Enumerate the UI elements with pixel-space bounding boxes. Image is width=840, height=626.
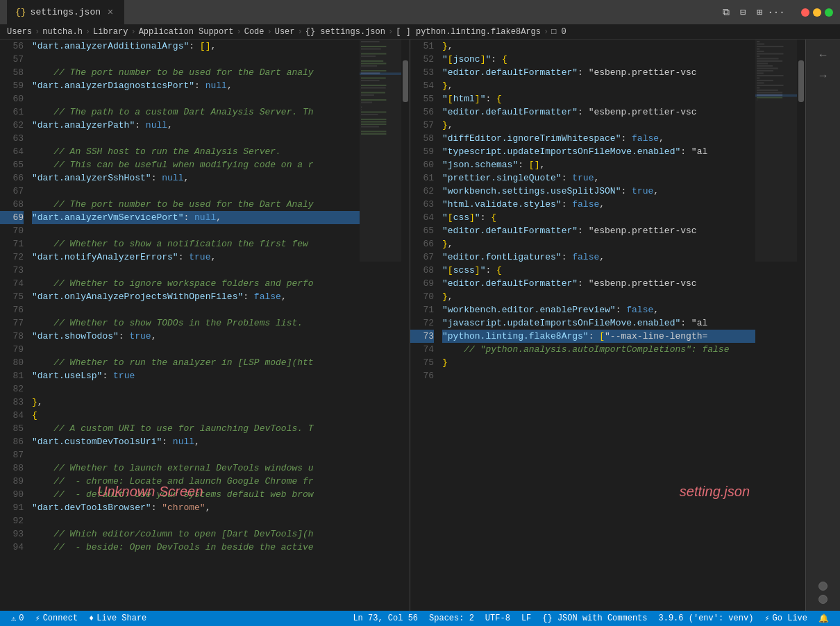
breadcrumb-users[interactable]: Users [7,27,32,37]
encoding-item[interactable]: UTF-8 [480,611,516,626]
connect-icon: ⚡ [35,614,40,624]
title-bar: {} settings.json × ⧉ ⊟ ⊞ ··· [0,0,840,24]
line-ending-item[interactable]: LF [516,611,537,626]
dot-1 [818,582,828,591]
more-actions-icon[interactable]: ··· [771,7,782,18]
breadcrumb-nutcha[interactable]: nutcha.h [42,27,83,37]
error-count-item[interactable]: ⚠ 0 [6,611,29,626]
status-bar: ⚠ 0 ⚡ Connect ♦ Live Share Ln 73, Col 56… [0,611,840,626]
left-editor-pane: 5657585960616263646566676869707172737475… [0,40,410,611]
tab-close-button[interactable]: × [105,7,116,18]
python-env-label: 3.9.6 ('env': venv) [659,614,754,623]
live-share-label: Live Share [96,614,146,623]
breadcrumb-index[interactable]: □ 0 [551,27,566,37]
python-env-item[interactable]: 3.9.6 ('env': venv) [653,611,759,626]
notifications-item[interactable]: 🔔 [813,611,834,626]
breadcrumb: Users › nutcha.h › Library › Application… [0,24,840,40]
go-live-label: Go Live [773,614,807,623]
split-editor-icon[interactable]: ⊟ [737,7,748,18]
line-ending-label: LF [521,614,531,623]
right-pane-editor: 5152535455565758596061626364656667686970… [410,40,805,611]
go-live-icon: ⚡ [764,614,769,624]
notifications-icon: 🔔 [818,614,829,624]
copy-editor-icon[interactable]: ⧉ [721,7,732,18]
left-scrollbar[interactable] [401,40,410,611]
right-sidebar-panel: ← → [805,40,840,611]
cursor-position-item[interactable]: Ln 73, Col 56 [347,611,423,626]
mac-close-button[interactable] [801,8,809,17]
right-editor-pane: 5152535455565758596061626364656667686970… [410,40,805,611]
language-mode-label: {} JSON with Comments [542,614,647,623]
indentation-label: Spaces: 2 [429,614,474,623]
breadcrumb-appsupport[interactable]: Application Support [139,27,234,37]
tab-settings-json[interactable]: {} settings.json × [7,0,124,24]
back-button[interactable]: ← [817,46,830,65]
breadcrumb-settings-json[interactable]: {} settings.json [305,27,385,37]
right-scrollbar[interactable] [797,40,805,611]
connect-item[interactable]: ⚡ Connect [29,611,83,626]
cursor-position-label: Ln 73, Col 56 [353,614,418,623]
live-share-item[interactable]: ♦ Live Share [83,611,152,626]
breadcrumb-user[interactable]: User [275,27,295,37]
error-count-label: 0 [19,614,24,623]
mac-minimize-button[interactable] [813,8,821,17]
mac-maximize-button[interactable] [825,8,833,17]
error-icon: ⚠ [11,614,16,624]
json-file-icon: {} [15,7,26,17]
left-line-numbers: 5657585960616263646566676869707172737475… [0,40,32,611]
encoding-label: UTF-8 [485,614,510,623]
editor-split-container: 5657585960616263646566676869707172737475… [0,40,840,611]
mac-nav-buttons: ← → [814,44,832,88]
forward-button[interactable]: → [817,67,830,85]
live-share-icon: ♦ [89,614,94,623]
breadcrumb-library[interactable]: Library [93,27,128,37]
dot-2 [818,595,828,604]
breadcrumb-code[interactable]: Code [244,27,264,37]
breadcrumb-flake8[interactable]: [ ] python.linting.flake8Args [396,27,541,37]
left-minimap [360,40,401,611]
layout-icon[interactable]: ⊞ [754,7,765,18]
connect-label: Connect [43,614,78,623]
left-code-content[interactable]: "dart.analyzerAdditionalArgs": [], // Th… [32,40,360,611]
left-pane-editor: 5657585960616263646566676869707172737475… [0,40,410,611]
mac-traffic-lights [801,8,833,17]
right-minimap [755,40,797,611]
tab-label: settings.json [31,7,101,17]
indentation-item[interactable]: Spaces: 2 [423,611,480,626]
language-mode-item[interactable]: {} JSON with Comments [537,611,653,626]
title-bar-icons: ⧉ ⊟ ⊞ ··· [721,7,833,18]
right-line-numbers: 5152535455565758596061626364656667686970… [410,40,442,611]
go-live-item[interactable]: ⚡ Go Live [759,611,813,626]
mac-dots [818,582,828,604]
right-code-content[interactable]: }, "[jsonc]": { "editor.defaultFormatter… [442,40,755,611]
